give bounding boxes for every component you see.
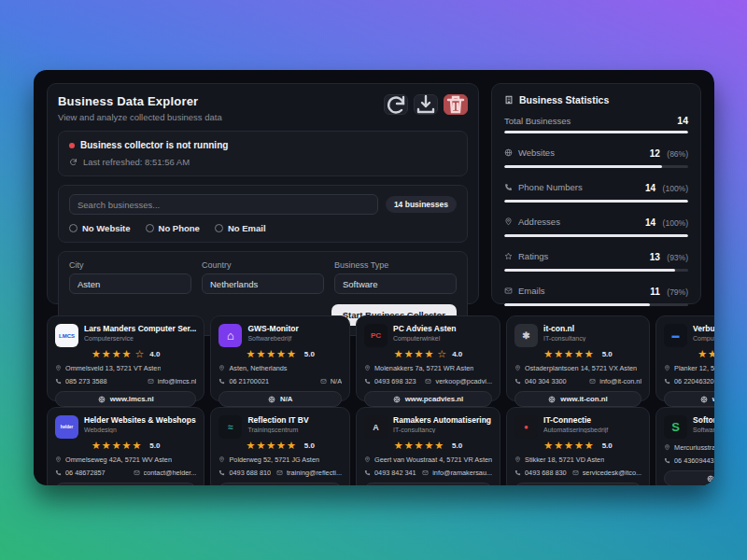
website-button[interactable]: [364, 483, 492, 485]
business-rating: ★★★★★ 5.0: [514, 349, 641, 359]
checkbox-icon[interactable]: [146, 224, 154, 232]
star-icons: ★★★★★: [543, 441, 594, 451]
website-button[interactable]: softomic.nl: [664, 470, 714, 485]
business-name: Lars Manders Computer Ser...: [84, 324, 196, 333]
website-button[interactable]: [218, 483, 342, 485]
stat-row: Emails 11 (79%): [504, 282, 688, 306]
website-button[interactable]: www.it-con.nl: [514, 391, 641, 407]
country-field[interactable]: [202, 273, 324, 294]
website-button[interactable]: [55, 483, 196, 485]
total-progress-bar: [504, 131, 688, 133]
stat-percent: (93%): [667, 253, 688, 262]
page-title: Business Data Explorer: [58, 94, 222, 108]
business-card[interactable]: A Ramakers Automatisering IT-consultancy…: [356, 407, 500, 485]
business-logo: ≈: [218, 415, 242, 439]
business-rating: ★★★★★ 5.0: [55, 441, 196, 451]
stat-row: Websites 12 (86%): [504, 144, 688, 168]
business-name: Reflection IT BV: [247, 415, 342, 425]
business-card[interactable]: helder Helder Websites & Webshops Webdes…: [47, 407, 204, 485]
business-logo: A: [364, 415, 388, 439]
filter-no-phone[interactable]: No Phone: [146, 223, 200, 233]
download-button[interactable]: [414, 94, 438, 115]
business-logo: ⌂: [218, 324, 242, 347]
website-button[interactable]: www.pcadvies.nl: [364, 391, 492, 407]
phone-icon: [364, 378, 371, 385]
filter-no-website[interactable]: No Website: [69, 223, 131, 233]
business-category: Computerwinkel: [393, 335, 492, 342]
stat-row: Addresses 14 (100%): [504, 213, 688, 237]
rating-value: 5.0: [602, 350, 613, 358]
business-category: Automatiseringsbedrijf: [543, 427, 641, 433]
map-pin-icon: [664, 365, 670, 371]
business-name: it-con.nl: [543, 324, 641, 333]
stat-label: Addresses: [518, 217, 560, 227]
star-icons: ★★★★★: [394, 441, 444, 451]
search-input[interactable]: [69, 194, 378, 215]
rating-value: 5.0: [452, 441, 462, 450]
city-field[interactable]: [69, 273, 191, 294]
refresh-icon: [69, 158, 78, 166]
business-category: Computerondersteuning en -services: [693, 335, 714, 342]
city-label: City: [69, 260, 191, 270]
business-card[interactable]: PC PC Advies Asten Computerwinkel ★★★★☆ …: [356, 315, 500, 401]
country-label: Country: [202, 260, 324, 270]
website-button[interactable]: N/A: [218, 391, 342, 407]
download-icon: [415, 93, 437, 116]
phone-icon: [504, 183, 513, 191]
map-pin-icon: [218, 456, 225, 463]
business-phone: 06 22046320: [664, 377, 714, 385]
stat-value: 14: [645, 217, 655, 228]
star-icons: ★★★★★: [92, 441, 142, 451]
checkbox-icon[interactable]: [215, 224, 223, 232]
business-card[interactable]: ▬ Verbugt IT Computerondersteuning en -s…: [655, 315, 714, 401]
globe-icon: [393, 396, 401, 403]
star-icons: ★★★★★: [247, 441, 297, 451]
business-email: info@ramakersau...: [422, 469, 492, 477]
website-button[interactable]: www.lmcs.nl: [55, 391, 196, 407]
website-button[interactable]: www.verbugt.it: [664, 391, 714, 407]
mail-icon: [422, 469, 429, 476]
stat-row: Ratings 13 (93%): [504, 247, 688, 272]
website-button[interactable]: [514, 483, 641, 485]
business-address: Ostaderplantsoen 14, 5721 VX Asten: [514, 364, 641, 372]
business-name: Helder Websites & Webshops: [84, 415, 196, 425]
stat-value: 12: [650, 148, 660, 159]
business-email: servicedesk@itco...: [572, 469, 641, 477]
map-pin-icon: [664, 444, 670, 451]
phone-icon: [664, 457, 670, 464]
business-logo: ▬: [664, 324, 687, 347]
mail-icon: [134, 469, 140, 476]
business-card[interactable]: LMCS Lars Manders Computer Ser... Comput…: [47, 315, 204, 401]
stat-progress-bar: [504, 234, 688, 237]
trash-icon: [444, 93, 467, 116]
phone-icon: [364, 469, 371, 476]
checkbox-icon[interactable]: [69, 224, 78, 232]
business-name: PC Advies Asten: [393, 324, 492, 333]
mail-icon: [425, 378, 431, 385]
map-pin-icon: [514, 365, 521, 371]
stats-title: Business Statistics: [519, 94, 609, 105]
map-pin-icon: [55, 365, 62, 371]
mail-icon: [572, 469, 579, 476]
business-phone: 0493 688 830: [514, 469, 567, 477]
star-icons: ★★★★★: [247, 349, 297, 359]
refresh-button[interactable]: [384, 94, 408, 115]
map-pin-icon: [218, 365, 225, 371]
filter-no-email[interactable]: No Email: [215, 223, 266, 233]
business-card[interactable]: ≈ Reflection IT BV Trainingscentrum ★★★★…: [210, 407, 350, 485]
business-card[interactable]: ✱ it-con.nl IT-consultancy ★★★★★ 5.0 Ost…: [506, 315, 650, 401]
business-card[interactable]: ● IT-Connectie Automatiseringsbedrijf ★★…: [506, 407, 650, 485]
star-outline-icon: ☆: [134, 349, 145, 359]
phone-icon: [218, 469, 225, 476]
delete-button[interactable]: [444, 94, 468, 115]
business-category: Trainingscentrum: [247, 427, 342, 433]
business-card[interactable]: ⌂ GWS-Monitor Softwarebedrijf ★★★★★ 5.0 …: [210, 315, 350, 401]
mail-icon: [504, 287, 513, 295]
rating-value: 5.0: [304, 350, 315, 358]
business-rating: ★★★★☆ 4.0: [55, 349, 196, 359]
business-type-field[interactable]: [334, 273, 457, 294]
business-card[interactable]: S Softomic Softwarebedrijf Mercuriusstra…: [655, 407, 714, 485]
stat-percent: (86%): [667, 149, 688, 159]
stat-percent: (79%): [667, 287, 688, 297]
stat-label: Ratings: [518, 251, 548, 261]
